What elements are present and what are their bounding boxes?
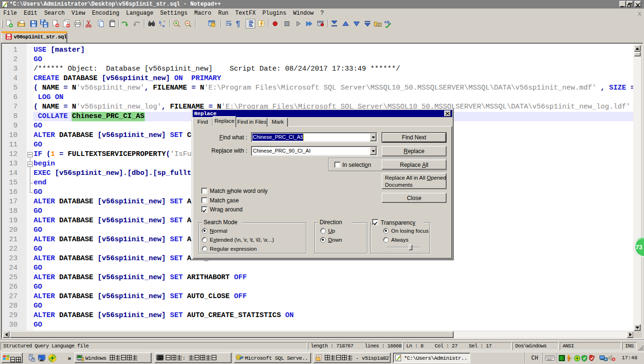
svg-text:¶: ¶ [236, 20, 240, 28]
svg-text:C:\: C:\ [158, 356, 162, 359]
svg-text:a: a [162, 23, 165, 28]
svg-text:73: 73 [635, 244, 642, 251]
svg-text:b: b [159, 20, 161, 25]
